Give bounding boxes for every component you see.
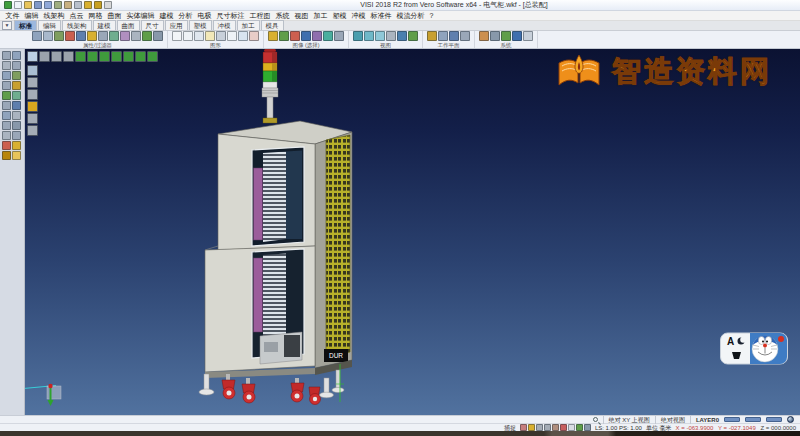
menu-item[interactable]: 尺寸标注	[214, 11, 247, 21]
signal-tower-light[interactable]	[262, 49, 278, 123]
ribbon-tab[interactable]: 模具	[261, 20, 284, 30]
tool-toggle-icon[interactable]	[560, 424, 567, 431]
menu-item[interactable]: 实体编辑	[124, 11, 157, 21]
measure-tool-icon[interactable]	[2, 121, 11, 130]
sketch-tool-icon[interactable]	[2, 51, 11, 60]
new-drawing-icon[interactable]	[172, 31, 182, 41]
offset-tool-icon[interactable]	[2, 81, 11, 90]
print-icon[interactable]	[74, 1, 82, 9]
line-color-swatch[interactable]	[745, 417, 761, 422]
select-element-icon[interactable]	[268, 31, 278, 41]
highlight-toggle-icon[interactable]	[528, 424, 535, 431]
menu-item[interactable]: 冲模	[349, 11, 368, 21]
calendar-toggle-icon[interactable]	[568, 424, 575, 431]
linetype-filter-icon[interactable]	[76, 31, 86, 41]
attributes-icon[interactable]	[43, 31, 53, 41]
menu-item[interactable]: 加工	[311, 11, 330, 21]
ribbon-tab[interactable]: 塑模	[189, 20, 212, 30]
redo-icon[interactable]	[94, 1, 102, 9]
move-tool-icon[interactable]	[2, 131, 11, 140]
drawing-list-icon[interactable]	[227, 31, 237, 41]
workplane-status[interactable]: 绝对 XY 上视图	[603, 416, 650, 424]
left-view-icon[interactable]	[123, 51, 134, 62]
grid-settings-icon[interactable]	[501, 31, 511, 41]
ribbon-tab[interactable]: 线架构	[62, 20, 92, 30]
ribbon-tab[interactable]: 建模	[93, 20, 116, 30]
layer-panel-icon[interactable]	[27, 89, 38, 100]
properties-icon[interactable]	[32, 31, 42, 41]
menu-item[interactable]: 工程图	[247, 11, 273, 21]
visibility-filter-icon[interactable]	[87, 31, 97, 41]
fillet-tool-icon[interactable]	[2, 71, 11, 80]
rotate-view-icon[interactable]	[397, 31, 407, 41]
properties-tool-icon[interactable]	[12, 141, 21, 150]
help-tool-icon[interactable]	[12, 151, 21, 160]
selection-filter-icon[interactable]	[120, 31, 130, 41]
reset-filter-icon[interactable]	[131, 31, 141, 41]
wireframe-mode-icon[interactable]	[39, 51, 50, 62]
zoom-all-icon[interactable]	[353, 31, 363, 41]
hidden-line-mode-icon[interactable]	[51, 51, 62, 62]
undo-icon[interactable]	[84, 1, 92, 9]
color-filter-icon[interactable]	[65, 31, 75, 41]
active-layer-status[interactable]: LAYER0	[690, 416, 719, 424]
material-sphere-icon[interactable]	[787, 416, 794, 423]
menu-item[interactable]: 模流分析	[394, 11, 427, 21]
open-folder-icon[interactable]	[24, 1, 32, 9]
trim-tool-icon[interactable]	[12, 51, 21, 60]
select-layer-icon[interactable]	[312, 31, 322, 41]
ribbon-tab[interactable]: 标准	[14, 20, 37, 30]
menu-item[interactable]: 文件	[3, 11, 22, 21]
shell-tool-icon[interactable]	[12, 101, 21, 110]
search-icon[interactable]	[593, 417, 598, 422]
lock-layer-icon[interactable]	[27, 113, 38, 124]
ribbon-tab[interactable]: 应用	[165, 20, 188, 30]
deselect-all-icon[interactable]	[334, 31, 344, 41]
layer-color-swatch[interactable]	[724, 417, 740, 422]
ribbon-tab[interactable]: 加工	[237, 20, 260, 30]
menu-item[interactable]: 编辑	[22, 11, 41, 21]
save-drawing-icon[interactable]	[194, 31, 204, 41]
units-status[interactable]: 单位 毫米	[646, 424, 672, 432]
import-icon[interactable]	[54, 1, 62, 9]
menu-item[interactable]: 曲面	[105, 11, 124, 21]
customize-dropdown-icon[interactable]	[104, 1, 112, 9]
filter-options-icon[interactable]	[153, 31, 163, 41]
copy-drawing-icon[interactable]	[238, 31, 248, 41]
select-color-icon[interactable]	[301, 31, 311, 41]
bottom-view-icon[interactable]	[147, 51, 158, 62]
menu-item[interactable]: 视图	[292, 11, 311, 21]
revolve-tool-icon[interactable]	[12, 91, 21, 100]
visi-app-icon[interactable]	[4, 1, 12, 9]
menu-item[interactable]: ?	[427, 11, 436, 21]
image-capture-icon[interactable]	[479, 31, 489, 41]
ribbon-tab[interactable]: 冲模	[213, 20, 236, 30]
workplane-reset-icon[interactable]	[460, 31, 470, 41]
print-drawing-icon[interactable]	[216, 31, 226, 41]
delete-drawing-icon[interactable]	[249, 31, 259, 41]
iso-view-icon[interactable]	[75, 51, 86, 62]
menu-item[interactable]: 网格	[86, 11, 105, 21]
fill-color-swatch[interactable]	[766, 417, 782, 422]
pan-view-icon[interactable]	[386, 31, 396, 41]
workplane-align-icon[interactable]	[449, 31, 459, 41]
copy-tool-icon[interactable]	[12, 131, 21, 140]
settings-icon[interactable]	[490, 31, 500, 41]
taskbar[interactable]	[0, 431, 800, 436]
ribbon-tab[interactable]: 尺寸	[141, 20, 164, 30]
zoom-previous-icon[interactable]	[375, 31, 385, 41]
menu-item[interactable]: 塑模	[330, 11, 349, 21]
right-view-icon[interactable]	[135, 51, 146, 62]
electrical-cabinet[interactable]: DUR	[205, 121, 352, 378]
freeze-layer-icon[interactable]	[27, 125, 38, 136]
new-document-icon[interactable]	[14, 1, 22, 9]
open-drawing-icon[interactable]	[183, 31, 193, 41]
zoom-window-icon[interactable]	[364, 31, 374, 41]
grid-toggle-icon[interactable]	[27, 65, 38, 76]
active-layer-icon[interactable]	[27, 101, 38, 112]
display-list-icon[interactable]	[27, 51, 38, 62]
export-icon[interactable]	[64, 1, 72, 9]
shaded-mode-icon[interactable]	[63, 51, 74, 62]
system-info-icon[interactable]	[523, 31, 533, 41]
boolean-tool-icon[interactable]	[2, 111, 11, 120]
